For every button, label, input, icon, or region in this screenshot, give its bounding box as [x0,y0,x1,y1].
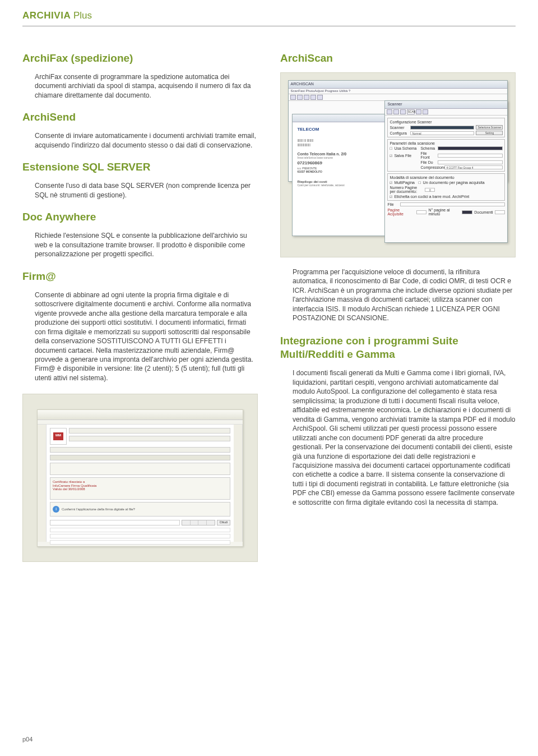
figA-mp-desc: Un documento per pagina acquisita [423,181,484,185]
title-firm: Firm@ [22,270,258,283]
figA-doc-costi: Costi per consumi: telefonate, accessi [297,183,388,187]
figA-modalita: Modalità di scansione del documento [389,176,503,179]
figA-doc-num: 0721960869 [297,160,388,165]
body-firm: Consente di abbinare ad ogni utente la p… [35,291,258,383]
page-columns: ArchiFax (spedizione) ArchiFax consente … [0,49,538,562]
figA-schema: Schema [420,146,436,150]
figA-menu: ScanFast PhotoAdjust Progress Utilità ? [289,89,508,94]
figA-scanner-title: Scanner [387,102,402,106]
figA-np-val: 0 [425,188,435,192]
figure-firm-screenshot: MM Certificato rilasciato aInfoCamere Fi… [22,394,258,562]
figA-file-lbl: File [387,202,398,206]
left-column: ArchiFax (spedizione) ArchiFax consente … [22,49,258,562]
figA-comp: Compressione [420,165,443,169]
title-docanywhere: Doc Anywhere [22,211,258,223]
figA-salva: Salva File [394,154,419,158]
body-archifax: ArchiFax consente di programmare la sped… [35,72,258,100]
body-archiscan: Programma per l'acquisizione veloce di d… [293,268,516,323]
figure-archiscan-screenshot: ARCHISCAN ScanFast PhotoAdjust Progress … [280,72,516,257]
title-archisend: ArchiSend [22,111,258,123]
figA-usa-schema: Usa Schema [394,146,419,150]
figA-doc-conto: Conto Telecom Italia n. 2/0 [297,152,388,156]
figA-np: Numero Pagine per documento: [389,186,423,193]
figA-comp-val: 4 CCITT Fax Group 4 [444,165,503,169]
figA-app-title: ARCHISCAN [291,82,314,86]
body-sql: Consente l'uso di data base SQL SERVER (… [35,181,258,200]
figA-configura: Configura [389,131,409,135]
figA-pag-min: N° pagine al minuto [428,208,460,216]
body-archisend: Consente di inviare automaticamente i do… [35,131,258,150]
figA-file-front: File Front [420,151,436,159]
figA-doc-city: 61037 MONDOLFO [297,170,388,173]
body-docanywhere: Richiede l'estensione SQL e consente la … [35,231,258,259]
right-column: ArchiScan ARCHISCAN ScanFast PhotoAdjust… [280,49,516,562]
title-sql: Estensione SQL SERVER [22,161,258,173]
figA-scanner-lbl: Scanner [389,126,409,130]
title-integrazione: Integrazione con i programmi Suite Multi… [280,334,516,361]
title-archiscan: ArchiScan [280,52,516,64]
title-archifax: ArchiFax (spedizione) [22,52,258,64]
figA-file-do: File Do [420,160,436,164]
body-integrazione: I documenti fiscali generati da Multi e … [293,368,516,507]
figA-params: Parametri della scansione [389,141,503,145]
page-header: ARCHIVIA Plus [22,0,516,26]
figA-sel-scanner: Seleziona Scanner [476,125,503,130]
figA-pag-acq: Pagine Acquisite [387,208,414,216]
figA-normal: Normal [410,131,474,135]
brand-bold: ARCHIVIA [22,10,71,21]
page-number: p04 [22,736,33,743]
figA-documenti: Documenti [474,210,493,214]
figA-mp: MultiPagina [394,181,416,185]
figA-cfg: Configurazione Scanner [389,120,503,124]
brand-light: Plus [71,10,92,21]
figA-doc-telecom: TELECOM [297,127,388,132]
figA-etichetta: Etichetta con codici a barre mod. ArchiP… [394,195,469,199]
figA-setting: Setting [476,131,503,135]
